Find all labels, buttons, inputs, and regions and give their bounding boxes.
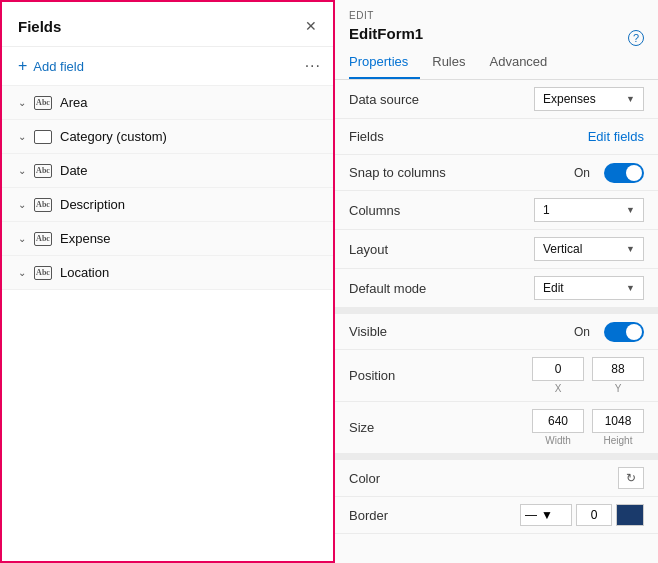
help-icon[interactable]: ?: [628, 30, 644, 46]
properties-content: Data source Expenses ▼ Fields Edit field…: [335, 80, 658, 534]
default-mode-row: Default mode Edit ▼: [335, 269, 658, 308]
right-panel-inner: EDIT EditForm1 ? Properties Rules Advanc…: [335, 0, 658, 534]
position-row: Position X Y: [335, 350, 658, 402]
border-style-select[interactable]: — ▼: [520, 504, 572, 526]
add-field-button[interactable]: + Add field: [18, 58, 84, 74]
default-mode-select[interactable]: Edit ▼: [534, 276, 644, 300]
text-type-icon: Abc: [34, 96, 52, 110]
caret-icon: ▼: [626, 94, 635, 104]
border-row: Border — ▼: [335, 497, 658, 534]
close-icon[interactable]: ✕: [301, 16, 321, 36]
position-fields: X Y: [532, 357, 644, 394]
color-row: Color ↻: [335, 460, 658, 497]
fields-row: Fields Edit fields: [335, 119, 658, 155]
x-label: X: [555, 383, 562, 394]
fields-label: Fields: [349, 129, 469, 144]
height-group: Height: [592, 409, 644, 446]
plus-icon: +: [18, 58, 27, 74]
caret-icon: ▼: [626, 205, 635, 215]
visible-row: Visible On: [335, 314, 658, 350]
default-mode-value: Edit ▼: [469, 276, 644, 300]
columns-value: 1 ▼: [469, 198, 644, 222]
y-label: Y: [615, 383, 622, 394]
more-options-icon[interactable]: ···: [305, 57, 321, 75]
add-field-row: + Add field ···: [2, 47, 333, 86]
data-source-value: Expenses ▼: [469, 87, 644, 111]
snap-to-columns-toggle[interactable]: [604, 163, 644, 183]
visible-label: Visible: [349, 324, 469, 339]
snap-on-label: On: [574, 166, 590, 180]
size-fields: Width Height: [532, 409, 644, 446]
data-source-select[interactable]: Expenses ▼: [534, 87, 644, 111]
snap-to-columns-value: On: [469, 163, 644, 183]
data-source-label: Data source: [349, 92, 469, 107]
field-item-description[interactable]: ⌄ Abc Description: [2, 188, 333, 222]
border-color-swatch[interactable]: [616, 504, 644, 526]
border-line: —: [525, 508, 537, 522]
edit-fields-link[interactable]: Edit fields: [588, 129, 644, 144]
tabs-row: Properties Rules Advanced: [335, 48, 658, 80]
columns-label: Columns: [349, 203, 469, 218]
caret-icon: ▼: [626, 244, 635, 254]
size-inputs: Width Height: [469, 409, 644, 446]
position-y-input[interactable]: [592, 357, 644, 381]
visible-value: On: [469, 322, 644, 342]
tab-advanced[interactable]: Advanced: [490, 48, 560, 79]
y-group: Y: [592, 357, 644, 394]
fields-panel-title: Fields: [18, 18, 61, 35]
fields-header: Fields ✕: [2, 2, 333, 47]
text-type-icon: Abc: [34, 266, 52, 280]
form-title: EditForm1: [335, 23, 658, 48]
position-x-input[interactable]: [532, 357, 584, 381]
size-label: Size: [349, 420, 469, 435]
field-item-date[interactable]: ⌄ Abc Date: [2, 154, 333, 188]
color-value: ↻: [469, 467, 644, 489]
visible-toggle[interactable]: [604, 322, 644, 342]
color-refresh-button[interactable]: ↻: [618, 467, 644, 489]
field-item-area[interactable]: ⌄ Abc Area: [2, 86, 333, 120]
chevron-down-icon: ⌄: [18, 199, 26, 210]
width-label: Width: [545, 435, 571, 446]
tab-properties[interactable]: Properties: [349, 48, 420, 79]
field-name: Description: [60, 197, 125, 212]
right-panel: EDIT EditForm1 ? Properties Rules Advanc…: [335, 0, 658, 563]
text-type-icon: Abc: [34, 198, 52, 212]
fields-edit-link-container: Edit fields: [469, 129, 644, 144]
field-name: Area: [60, 95, 87, 110]
caret-icon: ▼: [626, 283, 635, 293]
visible-on-label: On: [574, 325, 590, 339]
columns-select[interactable]: 1 ▼: [534, 198, 644, 222]
columns-row: Columns 1 ▼: [335, 191, 658, 230]
border-label: Border: [349, 508, 469, 523]
chevron-down-icon: ⌄: [18, 267, 26, 278]
text-type-icon: Abc: [34, 164, 52, 178]
x-group: X: [532, 357, 584, 394]
tab-rules[interactable]: Rules: [432, 48, 477, 79]
size-width-input[interactable]: [532, 409, 584, 433]
columns-selected: 1: [543, 203, 550, 217]
size-row: Size Width Height: [335, 402, 658, 454]
snap-to-columns-label: Snap to columns: [349, 165, 469, 180]
field-item-location[interactable]: ⌄ Abc Location: [2, 256, 333, 290]
field-item-expense[interactable]: ⌄ Abc Expense: [2, 222, 333, 256]
width-group: Width: [532, 409, 584, 446]
field-name: Category (custom): [60, 129, 167, 144]
size-height-input[interactable]: [592, 409, 644, 433]
layout-select[interactable]: Vertical ▼: [534, 237, 644, 261]
field-item-category[interactable]: ⌄ Category (custom): [2, 120, 333, 154]
border-width-input[interactable]: [576, 504, 612, 526]
border-value: — ▼: [469, 504, 644, 526]
field-name: Date: [60, 163, 87, 178]
border-controls: — ▼: [520, 504, 644, 526]
default-mode-selected: Edit: [543, 281, 564, 295]
fields-panel: Fields ✕ + Add field ··· ⌄ Abc Area ⌄ Ca…: [0, 0, 335, 563]
position-label: Position: [349, 368, 469, 383]
field-name: Expense: [60, 231, 111, 246]
add-field-label: Add field: [33, 59, 84, 74]
caret-icon: ▼: [541, 508, 553, 522]
layout-row: Layout Vertical ▼: [335, 230, 658, 269]
chevron-down-icon: ⌄: [18, 97, 26, 108]
field-name: Location: [60, 265, 109, 280]
layout-selected: Vertical: [543, 242, 582, 256]
default-mode-label: Default mode: [349, 281, 469, 296]
